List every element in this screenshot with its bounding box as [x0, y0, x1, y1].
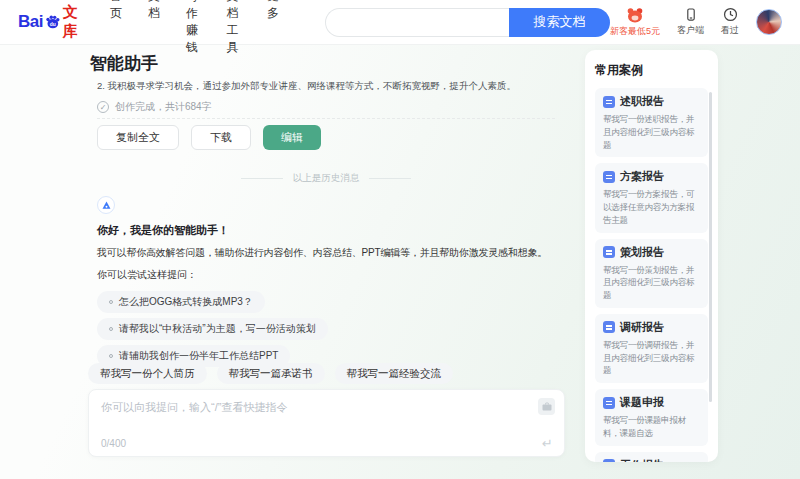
char-counter: 0/400	[101, 438, 126, 449]
quick-prompt-experience[interactable]: 帮我写一篇经验交流	[335, 363, 454, 384]
header-tools: 新客最低5元 客户端 看过	[610, 7, 782, 38]
document-icon	[603, 96, 615, 108]
history-divider-label: 以上是历史消息	[293, 172, 360, 185]
baidu-wenku-logo[interactable]: Bai du 文库	[18, 3, 84, 41]
search-bar: 搜索文档	[325, 8, 610, 37]
toolbox-icon[interactable]	[538, 398, 555, 415]
common-cases-panel: 常用案例 述职报告 帮我写一份述职报告，并且内容细化到三级内容标题 方案报告 帮…	[585, 50, 718, 462]
client-label: 客户端	[677, 24, 704, 37]
bullet-icon	[109, 300, 113, 304]
quick-prompt-commitment[interactable]: 帮我写一篇承诺书	[217, 363, 325, 384]
case-head: 课题申报	[603, 395, 700, 410]
check-circle-icon: ✓	[97, 101, 109, 113]
logo-wenku-text: 文库	[63, 3, 84, 41]
download-button[interactable]: 下载	[191, 125, 251, 150]
case-desc: 帮我写一份策划报告，并且内容细化到三级内容标题	[603, 264, 700, 302]
logo-bai-text: Bai	[18, 12, 43, 32]
document-icon	[603, 397, 615, 409]
wenku-ai-icon	[101, 200, 112, 211]
sidebar-scrollbar[interactable]	[709, 92, 712, 402]
case-title: 述职报告	[620, 94, 664, 109]
case-title: 课题申报	[620, 395, 664, 410]
case-head: 述职报告	[603, 94, 700, 109]
promo-mascot-icon	[626, 7, 644, 23]
assistant-avatar	[97, 196, 115, 214]
viewed-entry[interactable]: 看过	[721, 7, 739, 37]
quick-prompt-resume[interactable]: 帮我写一份个人简历	[88, 363, 207, 384]
case-head: 工作报告	[603, 458, 700, 463]
assistant-greeting: 你好，我是你的智能助手！	[97, 223, 559, 238]
nav-write-earn[interactable]: 写作赚钱	[186, 0, 201, 56]
suggestion-text: 请帮我以“中秋活动”为主题，写一份活动策划	[119, 322, 316, 336]
svg-text:du: du	[50, 22, 56, 27]
page-title: 智能助手	[90, 52, 158, 75]
case-desc: 帮我写一份述职报告，并且内容细化到三级内容标题	[603, 113, 700, 151]
baidu-paw-icon: du	[45, 11, 61, 33]
case-list: 述职报告 帮我写一份述职报告，并且内容细化到三级内容标题 方案报告 帮我写一份方…	[595, 88, 708, 462]
bullet-icon	[109, 327, 113, 331]
case-head: 调研报告	[603, 320, 700, 335]
search-button[interactable]: 搜索文档	[509, 8, 610, 37]
suggestion-list: 怎么把OGG格式转换成MP3？ 请帮我以“中秋活动”为主题，写一份活动策划 请辅…	[97, 291, 559, 367]
clock-icon	[723, 7, 738, 22]
document-icon	[603, 321, 615, 333]
case-head: 方案报告	[603, 169, 700, 184]
doc-action-buttons: 复制全文 下载 编辑	[97, 125, 321, 150]
nav-doc-tools[interactable]: 文档工具	[226, 0, 241, 56]
assistant-try-label: 你可以尝试这样提问：	[97, 268, 559, 282]
promo-entry[interactable]: 新客最低5元	[610, 7, 660, 38]
case-desc: 帮我写一份调研报告，并且内容细化到三级内容标题	[603, 339, 700, 377]
document-icon	[603, 246, 615, 258]
case-item-planning-report[interactable]: 策划报告 帮我写一份策划报告，并且内容细化到三级内容标题	[595, 239, 708, 308]
top-header: Bai du 文库 首页 文档 写作赚钱 文档工具 更多 搜索文档	[0, 0, 800, 45]
dotted-divider	[97, 118, 555, 119]
case-desc: 帮我写一份方案报告，可以选择任意内容为方案报告主题	[603, 188, 700, 226]
assistant-intro: 我可以帮你高效解答问题，辅助你进行内容创作、内容总结、PPT编辑等，并且帮助你激…	[97, 246, 559, 260]
case-desc: 帮我写一份课题申报材料，课题自选	[603, 414, 700, 440]
suggestion-text: 请辅助我创作一份半年工作总结PPT	[119, 349, 278, 363]
case-title: 策划报告	[620, 245, 664, 260]
divider-line	[241, 178, 283, 179]
divider-line	[369, 178, 411, 179]
case-title: 工作报告	[620, 458, 664, 463]
history-doc-text: 2. 我积极寻求学习机会，通过参加外部专业讲座、网络课程等方式，不断拓宽视野，提…	[97, 80, 542, 93]
edit-button[interactable]: 编辑	[263, 125, 321, 150]
promo-label: 新客最低5元	[610, 25, 660, 38]
case-title: 方案报告	[620, 169, 664, 184]
client-entry[interactable]: 客户端	[677, 7, 704, 37]
user-avatar[interactable]	[756, 9, 782, 35]
suggestion-chip[interactable]: 怎么把OGG格式转换成MP3？	[97, 291, 265, 313]
chat-input[interactable]	[89, 390, 564, 456]
creation-status-row: ✓ 创作完成，共计684字	[97, 100, 212, 114]
send-enter-icon[interactable]: ↵	[542, 436, 553, 451]
case-item-project-application[interactable]: 课题申报 帮我写一份课题申报材料，课题自选	[595, 389, 708, 446]
nav-home[interactable]: 首页	[110, 0, 122, 56]
creation-status-text: 创作完成，共计684字	[115, 100, 212, 114]
viewed-label: 看过	[721, 24, 739, 37]
copy-full-text-button[interactable]: 复制全文	[97, 125, 179, 150]
history-divider: 以上是历史消息	[97, 172, 555, 185]
document-icon	[603, 171, 615, 183]
case-item-plan-report[interactable]: 方案报告 帮我写一份方案报告，可以选择任意内容为方案报告主题	[595, 163, 708, 232]
case-item-work-report[interactable]: 工作报告 帮我写一份工作报告，工作类型随机	[595, 452, 708, 463]
case-item-research-report[interactable]: 调研报告 帮我写一份调研报告，并且内容细化到三级内容标题	[595, 314, 708, 383]
suggestion-text: 怎么把OGG格式转换成MP3？	[119, 295, 253, 309]
case-head: 策划报告	[603, 245, 700, 260]
nav-more[interactable]: 更多	[267, 0, 279, 56]
suggestion-chip[interactable]: 请帮我以“中秋活动”为主题，写一份活动策划	[97, 318, 328, 340]
chat-input-card: 0/400 ↵	[88, 389, 565, 457]
assistant-message: 你好，我是你的智能助手！ 我可以帮你高效解答问题，辅助你进行内容创作、内容总结、…	[97, 196, 559, 367]
common-cases-title: 常用案例	[595, 62, 708, 79]
case-title: 调研报告	[620, 320, 664, 335]
case-item-debriefing-report[interactable]: 述职报告 帮我写一份述职报告，并且内容细化到三级内容标题	[595, 88, 708, 157]
phone-icon	[684, 7, 698, 22]
search-input[interactable]	[325, 8, 509, 37]
document-icon	[603, 459, 615, 462]
main-nav: 首页 文档 写作赚钱 文档工具 更多	[110, 0, 279, 56]
bullet-icon	[109, 354, 113, 358]
quick-prompt-row: 帮我写一份个人简历 帮我写一篇承诺书 帮我写一篇经验交流	[88, 363, 453, 384]
nav-docs[interactable]: 文档	[148, 0, 160, 56]
